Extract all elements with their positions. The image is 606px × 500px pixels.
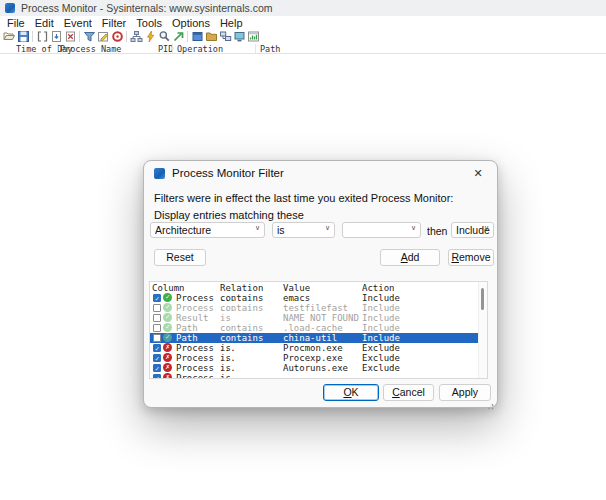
menu-event[interactable]: Event	[59, 17, 97, 29]
relation-select[interactable]: is ∨	[272, 222, 335, 238]
toolbar-separator	[79, 31, 80, 42]
filesystem-activity-icon[interactable]	[204, 30, 218, 44]
dialog-icon	[154, 168, 165, 179]
row-checkbox[interactable]: ✓	[153, 364, 161, 372]
header-action[interactable]: Action	[362, 283, 395, 293]
filter-row[interactable]: ✓ Process ... contains testfilefast Incl…	[150, 303, 487, 313]
menu-edit[interactable]: Edit	[30, 17, 59, 29]
process-activity-icon[interactable]	[232, 30, 246, 44]
filter-row-partial[interactable]: ✓ ✗ Process ... is	[150, 373, 487, 379]
add-label: dd	[408, 251, 420, 263]
filter-icon[interactable]	[82, 30, 96, 44]
exclude-icon: ✗	[163, 353, 172, 362]
filter-row[interactable]: ✓ ✓ Process ... contains emacs Include	[150, 293, 487, 303]
toolbar-separator	[126, 31, 127, 42]
column-select[interactable]: Architecture ∨	[150, 222, 265, 238]
procmon-app-icon	[5, 3, 15, 13]
highlight-icon[interactable]	[96, 30, 110, 44]
col-operation[interactable]: Operation	[177, 44, 223, 54]
open-icon[interactable]	[2, 30, 16, 44]
column-divider[interactable]	[255, 44, 256, 53]
ok-label: K	[352, 386, 359, 398]
remove-label: emove	[459, 251, 491, 263]
col-path[interactable]: Path	[260, 44, 280, 54]
resize-grip[interactable]	[486, 396, 494, 404]
column-divider[interactable]	[172, 44, 173, 53]
chevron-down-icon: ∨	[255, 224, 260, 232]
column-divider[interactable]	[57, 44, 58, 53]
filter-dialog: Process Monitor Filter ✕ Filters were in…	[143, 160, 498, 408]
menu-help[interactable]: Help	[215, 17, 248, 29]
filter-row-selected[interactable]: ✓ Path contains china-util Include	[150, 333, 487, 343]
registry-activity-icon[interactable]	[190, 30, 204, 44]
row-checkbox[interactable]	[153, 314, 161, 322]
header-column[interactable]: Column	[152, 283, 185, 293]
window-title: Process Monitor - Sysinternals: www.sysi…	[21, 2, 273, 14]
value-select[interactable]: ∨	[342, 222, 421, 238]
include-icon: ✓	[163, 333, 172, 342]
close-icon[interactable]: ✕	[470, 166, 486, 180]
then-label: then	[427, 225, 447, 237]
process-tree-icon[interactable]	[129, 30, 143, 44]
chevron-down-icon: ∨	[484, 224, 489, 232]
header-relation[interactable]: Relation	[220, 283, 263, 293]
menu-file[interactable]: File	[2, 17, 30, 29]
menu-filter[interactable]: Filter	[97, 17, 131, 29]
apply-button[interactable]: Apply	[439, 384, 491, 401]
dialog-subtitle-text: Display entries matching these	[154, 209, 304, 221]
boot-logging-icon[interactable]	[143, 30, 157, 44]
row-checkbox[interactable]: ✓	[153, 374, 161, 379]
include-process-icon[interactable]	[110, 30, 124, 44]
header-value[interactable]: Value	[283, 283, 310, 293]
exclude-icon: ✗	[163, 373, 172, 379]
cancel-button[interactable]: Cancel	[383, 384, 434, 401]
toolbar-separator	[32, 31, 33, 42]
network-activity-icon[interactable]	[218, 30, 232, 44]
toolbar	[0, 29, 606, 44]
dialog-titlebar: Process Monitor Filter ✕	[144, 161, 497, 185]
find-icon[interactable]	[157, 30, 171, 44]
row-checkbox[interactable]	[153, 304, 161, 312]
capture-icon[interactable]	[35, 30, 49, 44]
filter-row[interactable]: ✓ ✗ Process ... is Procexp.exe Exclude	[150, 353, 487, 363]
remove-button[interactable]: Remove	[448, 249, 494, 266]
screen: Process Monitor - Sysinternals: www.sysi…	[0, 0, 606, 500]
jump-to-icon[interactable]	[171, 30, 185, 44]
reset-button[interactable]: Reset	[154, 249, 206, 266]
filter-row[interactable]: ✓ ✗ Process ... is Autoruns.exe Exclude	[150, 363, 487, 373]
row-checkbox[interactable]: ✓	[153, 294, 161, 302]
filter-list[interactable]: Column Relation Value Action ✓ ✓ Process…	[149, 281, 488, 379]
include-icon: ✓	[163, 293, 172, 302]
cancel-label: ancel	[400, 386, 425, 398]
menu-options[interactable]: Options	[167, 17, 215, 29]
include-icon: ✓	[163, 323, 172, 332]
menu-tools[interactable]: Tools	[131, 17, 167, 29]
autoscroll-icon[interactable]	[49, 30, 63, 44]
action-select[interactable]: Include ∨	[451, 222, 494, 238]
dialog-title: Process Monitor Filter	[172, 167, 284, 179]
chevron-down-icon: ∨	[411, 224, 416, 232]
row-checkbox[interactable]: ✓	[153, 354, 161, 362]
list-scrollbar-thumb[interactable]	[481, 288, 484, 310]
filter-row[interactable]: ✓ Result is NAME NOT FOUND Include	[150, 313, 487, 323]
chevron-down-icon: ∨	[325, 224, 330, 232]
filter-row[interactable]: ✓ Path contains .load-cache Include	[150, 323, 487, 333]
clear-icon[interactable]	[63, 30, 77, 44]
add-button[interactable]: Add	[380, 249, 440, 266]
exclude-icon: ✗	[163, 343, 172, 352]
exclude-icon: ✗	[163, 363, 172, 372]
row-checkbox[interactable]	[153, 334, 161, 342]
include-icon: ✓	[163, 313, 172, 322]
row-checkbox[interactable]: ✓	[153, 344, 161, 352]
include-icon: ✓	[163, 303, 172, 312]
menu-bar: File Edit Event Filter Tools Options Hel…	[0, 16, 606, 29]
filter-list-header: Column Relation Value Action	[150, 282, 487, 293]
profiling-activity-icon[interactable]	[246, 30, 260, 44]
row-checkbox[interactable]	[153, 324, 161, 332]
event-list-header[interactable]: Time of Day Process Name PID Operation P…	[0, 44, 606, 54]
col-process-name[interactable]: Process Name	[60, 44, 121, 54]
ok-button[interactable]: OK	[323, 384, 379, 401]
save-icon[interactable]	[16, 30, 30, 44]
filter-row[interactable]: ✓ ✗ Process ... is Procmon.exe Exclude	[150, 343, 487, 353]
window-titlebar: Process Monitor - Sysinternals: www.sysi…	[0, 0, 606, 16]
